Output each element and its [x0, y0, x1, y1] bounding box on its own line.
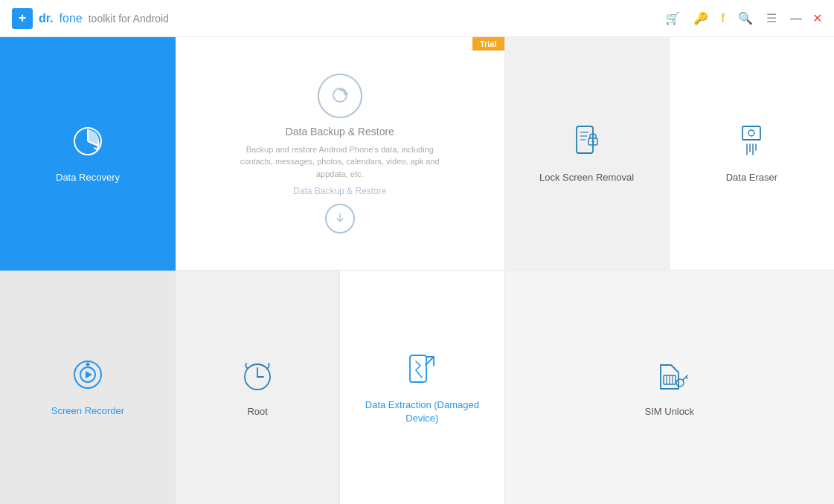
titlebar: + dr.fone toolkit for Android 🛒 🔑 f 🔍 ☰ …: [0, 0, 834, 37]
data-eraser-icon: [732, 122, 771, 161]
data-eraser-label: Data Eraser: [726, 171, 777, 184]
card-sim-unlock[interactable]: SIM Unlock: [505, 271, 835, 504]
logo-toolkit: toolkit for Android: [89, 13, 169, 25]
lock-screen-icon: [568, 122, 606, 161]
close-button[interactable]: ✕: [812, 11, 822, 25]
search-icon[interactable]: 🔍: [738, 11, 753, 25]
sidebar-item-label-data-recovery: Data Recovery: [56, 172, 120, 183]
data-recovery-icon: [71, 125, 104, 164]
menu-icon[interactable]: ☰: [766, 11, 777, 25]
window-controls: — ✕: [790, 11, 822, 25]
svg-line-31: [686, 377, 687, 378]
trial-badge: Trial: [472, 37, 504, 51]
titlebar-icons: 🛒 🔑 f 🔍 ☰: [665, 11, 777, 25]
card-data-backup[interactable]: Trial Data Backup & Restore Backup and r…: [176, 37, 505, 271]
root-label: Root: [247, 405, 267, 419]
data-extraction-icon: [402, 349, 441, 388]
main-layout: Data Recovery Screen Recorder Trial: [0, 37, 834, 504]
minimize-button[interactable]: —: [790, 12, 802, 25]
screen-recorder-icon: [71, 358, 104, 398]
svg-point-19: [748, 130, 754, 136]
sim-unlock-icon: [650, 356, 689, 395]
card-lock-screen[interactable]: Lock Screen Removal: [505, 37, 670, 271]
logo-fone: fone: [60, 12, 83, 25]
facebook-icon[interactable]: f: [722, 12, 725, 25]
backup-circle-icon: [318, 74, 362, 118]
key-icon[interactable]: 🔑: [693, 11, 708, 25]
card-data-eraser-real[interactable]: Data Eraser: [670, 37, 834, 271]
sidebar-item-label-screen-recorder: Screen Recorder: [51, 405, 124, 416]
card-root[interactable]: Root: [176, 271, 340, 504]
backup-card-sublabel: Data Backup & Restore: [293, 186, 386, 196]
root-icon: [238, 356, 277, 395]
data-extraction-label: Data Extraction (Damaged Device): [355, 398, 489, 425]
logo-cross: +: [12, 8, 33, 29]
sim-unlock-label: SIM Unlock: [645, 405, 694, 419]
logo-dr: dr.: [39, 12, 54, 25]
cart-icon[interactable]: 🛒: [665, 11, 680, 25]
backup-card-title: Data Backup & Restore: [286, 126, 394, 138]
download-icon: [325, 204, 355, 233]
card-data-extraction[interactable]: Data Extraction (Damaged Device): [340, 271, 504, 504]
backup-card-description: Backup and restore Android Phone's data,…: [236, 143, 444, 181]
logo: + dr.fone toolkit for Android: [12, 8, 169, 29]
sidebar-item-data-recovery[interactable]: Data Recovery: [0, 37, 176, 271]
sidebar-item-screen-recorder[interactable]: Screen Recorder: [0, 271, 176, 504]
svg-rect-13: [742, 126, 760, 140]
lock-screen-label: Lock Screen Removal: [539, 171, 634, 184]
svg-point-5: [86, 363, 90, 366]
content-grid: Trial Data Backup & Restore Backup and r…: [176, 37, 834, 504]
svg-point-12: [591, 140, 594, 143]
sidebar: Data Recovery Screen Recorder: [0, 37, 176, 504]
